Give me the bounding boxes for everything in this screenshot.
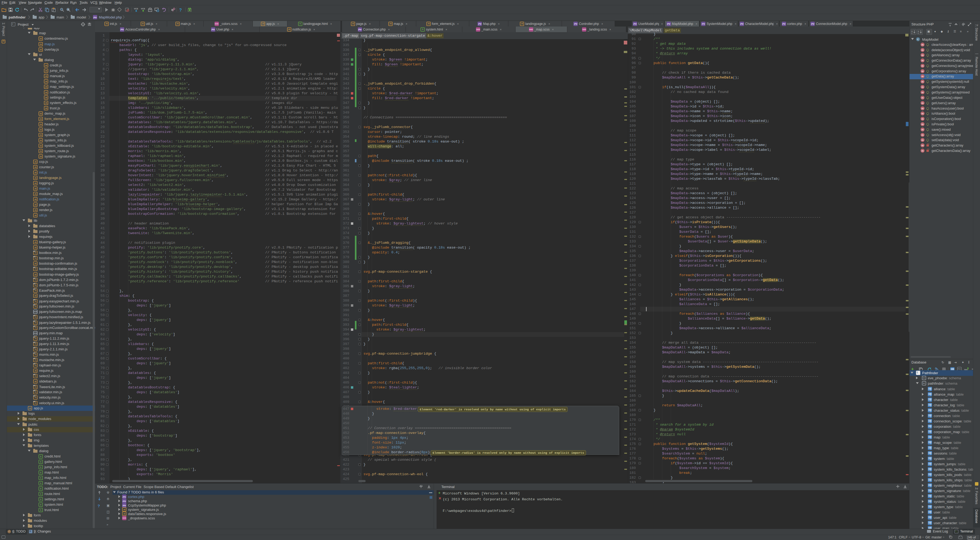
svg-text:VCS: VCS [134, 8, 138, 10]
svg-text:A: A [67, 8, 69, 11]
svg-text:a: a [912, 30, 913, 32]
svg-text:?: ? [179, 8, 182, 12]
svg-text:z: z [918, 32, 919, 34]
svg-text:a: a [918, 30, 919, 32]
svg-text:VCS: VCS [141, 8, 145, 10]
svg-text:z: z [912, 32, 913, 34]
